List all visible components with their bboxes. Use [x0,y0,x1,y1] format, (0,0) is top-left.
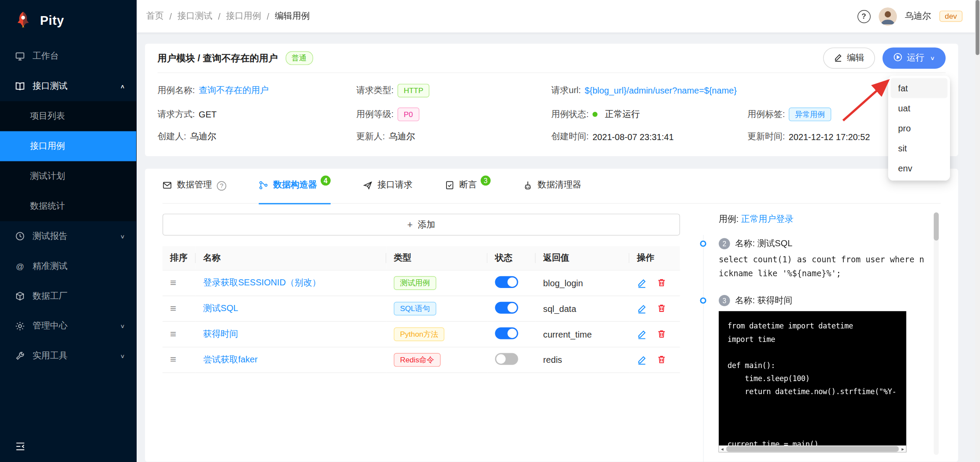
sidebar-item-admin-center[interactable]: 管理中心 ∨ [0,311,136,341]
field-creator: 创建人: 乌迪尔 [158,131,356,143]
case-fields: 用例名称: 查询不存在的用户 请求类型: HTTP 请求url: ${blog_… [158,73,946,142]
drag-handle-icon[interactable]: ≡ [170,277,176,288]
username: 乌迪尔 [905,10,931,22]
timeline-step: 3 名称: 获得时间 from datetime import datetime… [719,295,928,452]
breadcrumb-api-test[interactable]: 接口测试 [178,10,212,22]
menu-fold-icon [15,441,25,453]
field-request-method: 请求方式: GET [158,107,356,121]
edit-icon[interactable] [637,303,647,313]
sidebar-item-data-factory[interactable]: 数据工厂 [0,281,136,311]
tab-assertions[interactable]: 断言 3 [445,168,491,203]
app-name: Pity [40,13,64,28]
at-icon: @ [15,261,25,271]
file-check-icon [445,180,455,191]
constructor-preview-panel: 用例: 正常用户登录 2 名称: 测试SQL select count(1) a… [696,214,928,462]
sidebar-item-workbench[interactable]: 工作台 [0,41,136,71]
horizontal-scrollbar[interactable]: ◂ ▸ [719,445,906,452]
avatar[interactable] [879,7,897,26]
return-value: sql_data [543,303,576,313]
field-case-name: 用例名称: 查询不存在的用户 [158,84,356,97]
delete-icon[interactable] [657,278,666,288]
help-icon[interactable]: ? [857,10,870,23]
sidebar-item-precise-test[interactable]: @ 精准测试 [0,251,136,281]
timeline-node-icon [700,241,706,247]
breadcrumb-api-cases[interactable]: 接口用例 [226,10,261,22]
table-row: ≡ 尝试获取faker Redis命令 redis [162,347,680,372]
enabled-toggle[interactable] [495,276,518,288]
tab-api-request[interactable]: 接口请求 [363,168,412,203]
add-constructor-button[interactable]: + 添加 [162,214,680,235]
sidebar-item-project-list[interactable]: 项目列表 [0,101,136,131]
enabled-toggle[interactable] [495,353,518,365]
sidebar-item-test-report[interactable]: 测试报告 ∨ [0,221,136,251]
env-option-env[interactable]: env [891,158,948,178]
sidebar-item-test-plan[interactable]: 测试计划 [0,161,136,191]
table-row: ≡ 登录获取SESSIONID（别改） 测试用例 blog_login [162,270,680,295]
page-vertical-scrollbar[interactable] [975,0,980,462]
drag-handle-icon[interactable]: ≡ [170,353,176,365]
constructor-table: 排序 名称 类型 状态 返回值 操作 ≡ 登录获取SESSION [162,246,680,373]
delete-icon[interactable] [657,329,666,339]
tab-data-constructor[interactable]: 数据构造器 4 [259,168,331,203]
tab-data-cleaner[interactable]: 数据清理器 [523,168,581,203]
type-tag: Redis命令 [394,353,440,367]
plus-icon: + [407,219,413,230]
edit-icon[interactable] [637,355,647,365]
sidebar-item-utilities[interactable]: 实用工具 ∨ [0,341,136,371]
edit-icon[interactable] [637,329,647,339]
sidebar-item-api-test[interactable]: 接口测试 ∧ [0,71,136,101]
mail-icon [162,180,172,191]
drag-handle-icon[interactable]: ≡ [170,302,176,314]
case-card-header: 用户模块 / 查询不存在的用户 普通 编辑 运行 ∨ [158,44,946,74]
run-button[interactable]: 运行 ∨ [883,47,946,69]
case-name-link[interactable]: 查询不存在的用户 [199,85,269,96]
edit-button[interactable]: 编辑 [823,47,875,69]
delete-icon[interactable] [657,304,666,313]
field-case-status: 用例状态: 正常运行 [551,107,748,121]
constructor-name-link[interactable]: 尝试获取faker [203,354,258,364]
constructor-section: + 添加 排序 名称 类型 状态 返回值 操作 [162,204,940,462]
breadcrumb: 首页 / 接口测试 / 接口用例 / 编辑用例 [146,10,310,22]
env-option-fat[interactable]: fat [891,78,948,98]
scroll-right-icon[interactable]: ▸ [899,445,906,452]
sidebar-item-data-statistics[interactable]: 数据统计 [0,191,136,221]
enabled-toggle[interactable] [495,301,518,313]
field-case-level: 用例等级: P0 [356,107,551,121]
chevron-down-icon: ∨ [120,323,125,329]
field-create-time: 创建时间: 2021-08-07 23:31:41 [551,131,748,143]
sidebar-collapse-button[interactable] [0,432,136,462]
table-header-row: 排序 名称 类型 状态 返回值 操作 [162,246,680,270]
tabs: 数据管理 ? 数据构造器 4 接口请求 [162,169,940,204]
scrollbar-thumb[interactable] [976,0,980,55]
env-option-pro[interactable]: pro [891,118,948,138]
env-option-sit[interactable]: sit [891,138,948,158]
case-title: 用户模块 / 查询不存在的用户 [158,52,278,64]
api-test-icon [15,81,25,91]
breadcrumb-home[interactable]: 首页 [146,10,164,22]
type-tag: SQL语句 [394,301,436,315]
constructor-name-link[interactable]: 测试SQL [203,303,238,313]
scrollbar-thumb[interactable] [934,212,939,241]
enabled-toggle[interactable] [495,327,518,339]
tab-data-management[interactable]: 数据管理 ? [162,168,226,203]
case-detail-card: 数据管理 ? 数据构造器 4 接口请求 [145,169,958,462]
preview-case-link[interactable]: 正常用户登录 [741,214,794,224]
drag-handle-icon[interactable]: ≡ [170,328,176,339]
scroll-left-icon[interactable]: ◂ [719,445,726,452]
scrollbar-thumb[interactable] [726,446,899,452]
return-value: redis [543,355,562,365]
chevron-down-icon: ∨ [930,55,935,61]
constructor-name-link[interactable]: 获得时间 [203,328,238,338]
env-option-uat[interactable]: uat [891,98,948,118]
priority-tag: 普通 [285,51,313,65]
python-code-block: from datetime import datetime import tim… [719,311,906,452]
edit-icon[interactable] [637,278,647,288]
panel-vertical-scrollbar[interactable] [934,212,939,455]
delete-icon[interactable] [657,355,666,365]
constructor-name-link[interactable]: 登录获取SESSIONID（别改） [203,277,321,287]
sidebar-menu: 工作台 接口测试 ∧ 项目列表 接口用例 测试计划 [0,41,136,432]
return-value: blog_login [543,278,583,288]
sql-snippet: select count(1) as count from user where… [719,253,928,281]
sidebar-item-api-cases[interactable]: 接口用例 [0,131,136,161]
gear-icon [15,321,25,331]
